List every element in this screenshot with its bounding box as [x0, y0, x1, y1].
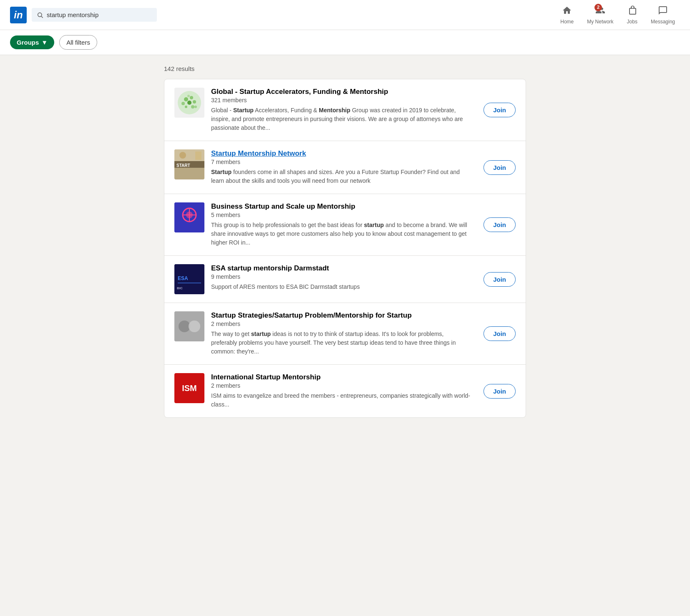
svg-point-6 — [187, 101, 191, 105]
groups-filter-button[interactable]: Groups ▼ — [10, 35, 54, 49]
group-logo-2: START — [174, 149, 204, 179]
group-info-1: Global - Startup Accelerators, Funding &… — [211, 88, 470, 132]
search-bar — [32, 8, 157, 22]
group-desc-6: ISM aims to evangelize and breed the mem… — [211, 391, 470, 409]
group-members-1: 321 members — [211, 97, 470, 104]
nav-item-jobs[interactable]: Jobs — [622, 5, 642, 25]
table-row: Global - Startup Accelerators, Funding &… — [164, 79, 526, 141]
table-row: ISM International Startup Mentorship 2 m… — [164, 365, 526, 417]
results-card: Global - Startup Accelerators, Funding &… — [164, 79, 526, 418]
svg-rect-17 — [195, 151, 201, 160]
join-button-5[interactable]: Join — [484, 326, 516, 341]
group-members-3: 5 members — [211, 212, 470, 218]
group-logo-5 — [174, 311, 204, 341]
all-filters-button[interactable]: All filters — [59, 35, 97, 50]
groups-dropdown-icon: ▼ — [41, 39, 48, 46]
svg-point-9 — [185, 106, 187, 108]
group-info-3: Business Startup and Scale up Mentorship… — [211, 202, 470, 247]
logo-letter: in — [14, 9, 23, 21]
group-members-6: 2 members — [211, 382, 470, 389]
ism-logo-text: ISM — [182, 384, 197, 393]
filter-bar: Groups ▼ All filters — [0, 30, 690, 55]
linkedin-logo[interactable]: in — [10, 7, 27, 23]
svg-text:ESA: ESA — [178, 275, 188, 281]
groups-filter-label: Groups — [17, 39, 39, 46]
group-name-6[interactable]: International Startup Mentorship — [211, 373, 470, 381]
group-name-4[interactable]: ESA startup mentorship Darmstadt — [211, 264, 470, 273]
group-members-4: 9 members — [211, 273, 470, 280]
nav-item-my-network[interactable]: 2 My Network — [582, 5, 618, 25]
svg-rect-25 — [178, 283, 201, 283]
nav-item-messaging[interactable]: Messaging — [646, 5, 680, 25]
svg-point-0 — [38, 13, 42, 16]
all-filters-label: All filters — [66, 39, 90, 46]
home-icon — [562, 5, 572, 17]
my-network-badge: 2 — [594, 4, 602, 11]
main-content: 142 results Global — [157, 55, 533, 428]
nav-label-jobs: Jobs — [627, 19, 637, 25]
header: in Home 2 My Network Job — [0, 0, 690, 30]
group-logo-6: ISM — [174, 373, 204, 403]
svg-text:START: START — [176, 163, 190, 168]
svg-point-29 — [189, 321, 200, 332]
group-desc-1: Global - Startup Accelerators, Funding &… — [211, 106, 470, 132]
group-info-4: ESA startup mentorship Darmstadt 9 membe… — [211, 264, 470, 291]
nav-item-home[interactable]: Home — [555, 5, 579, 25]
nav-label-home: Home — [560, 19, 574, 25]
svg-line-1 — [41, 16, 43, 18]
nav-label-messaging: Messaging — [651, 19, 675, 25]
search-icon — [37, 12, 43, 18]
group-desc-3: This group is to help professionals to g… — [211, 221, 470, 247]
svg-point-8 — [191, 105, 194, 109]
group-desc-4: Support of ARES mentors to ESA BIC Darms… — [211, 283, 470, 291]
join-button-2[interactable]: Join — [484, 160, 516, 175]
search-input[interactable] — [47, 11, 152, 18]
group-logo-3 — [174, 202, 204, 232]
table-row: START Startup Mentorship Network 7 membe… — [164, 141, 526, 194]
svg-point-5 — [181, 102, 185, 105]
svg-point-11 — [194, 106, 197, 108]
join-button-1[interactable]: Join — [484, 103, 516, 117]
group-name-1[interactable]: Global - Startup Accelerators, Funding &… — [211, 88, 470, 96]
svg-point-4 — [190, 96, 193, 99]
group-name-3[interactable]: Business Startup and Scale up Mentorship — [211, 202, 470, 211]
nav-label-my-network: My Network — [587, 19, 613, 25]
group-logo-4: ESA BIC — [174, 264, 204, 294]
join-button-6[interactable]: Join — [484, 384, 516, 399]
table-row: Business Startup and Scale up Mentorship… — [164, 194, 526, 256]
table-row: Startup Strategies/Satartup Problem/Ment… — [164, 303, 526, 365]
group-members-2: 7 members — [211, 159, 470, 165]
svg-point-7 — [193, 100, 196, 104]
join-button-4[interactable]: Join — [484, 272, 516, 287]
svg-point-16 — [179, 152, 186, 159]
main-nav: Home 2 My Network Jobs Messaging — [555, 5, 680, 25]
table-row: ESA BIC ESA startup mentorship Darmstadt… — [164, 256, 526, 303]
group-name-2[interactable]: Startup Mentorship Network — [211, 149, 470, 158]
group-info-6: International Startup Mentorship 2 membe… — [211, 373, 470, 409]
join-button-3[interactable]: Join — [484, 217, 516, 232]
group-logo-1 — [174, 88, 204, 118]
group-info-5: Startup Strategies/Satartup Problem/Ment… — [211, 311, 470, 356]
jobs-icon — [627, 5, 637, 17]
svg-point-10 — [187, 95, 190, 97]
messaging-icon — [658, 5, 668, 17]
group-members-5: 2 members — [211, 321, 470, 327]
my-network-icon: 2 — [595, 5, 605, 17]
group-name-5[interactable]: Startup Strategies/Satartup Problem/Ment… — [211, 311, 470, 320]
group-info-2: Startup Mentorship Network 7 members Sta… — [211, 149, 470, 185]
group-desc-5: The way to get startup ideas is not to t… — [211, 330, 470, 356]
svg-point-28 — [179, 321, 190, 332]
group-desc-2: Startup founders come in all shapes and … — [211, 168, 470, 185]
svg-point-3 — [184, 97, 188, 101]
svg-text:BIC: BIC — [177, 286, 183, 290]
results-count: 142 results — [164, 65, 526, 72]
